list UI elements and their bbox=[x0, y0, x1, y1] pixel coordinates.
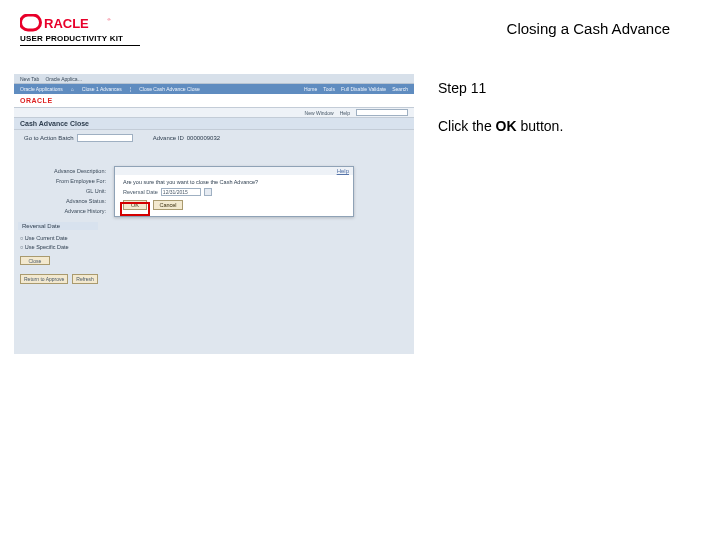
instruction-text: Click the OK button. bbox=[438, 118, 696, 134]
content: New Tab Oracle Applica… Oracle Applicati… bbox=[0, 54, 720, 354]
nav-link[interactable]: Home bbox=[304, 86, 317, 92]
instruction-panel: Step 11 Click the OK button. bbox=[434, 74, 700, 354]
instruction-bold: OK bbox=[496, 118, 517, 134]
nav-link[interactable]: Tools bbox=[323, 86, 335, 92]
side-label: Advance History: bbox=[18, 206, 106, 216]
nav-link[interactable]: Search bbox=[392, 86, 408, 92]
brand-block: RACLE ® USER PRODUCTIVITY KIT bbox=[20, 14, 140, 46]
instruction-suffix: button. bbox=[517, 118, 564, 134]
nav-item[interactable]: Close 1 Advances bbox=[82, 86, 122, 92]
browser-tab[interactable]: Oracle Applica… bbox=[45, 76, 82, 82]
popup-space bbox=[119, 168, 121, 174]
history-row: Return to Approve Refresh bbox=[20, 274, 98, 284]
popup-help-link[interactable]: Help bbox=[337, 168, 349, 174]
side-label: From Employee For: bbox=[18, 176, 106, 186]
svg-text:RACLE: RACLE bbox=[44, 16, 89, 31]
batch-label: Go to Action Batch bbox=[24, 135, 74, 141]
form-side-labels: Advance Description: From Employee For: … bbox=[18, 166, 110, 216]
step-label: Step 11 bbox=[438, 80, 696, 96]
side-label: Advance Status: bbox=[18, 196, 106, 206]
side-label: GL Unit: bbox=[18, 186, 106, 196]
reversal-date-label: Reversal Date bbox=[123, 189, 158, 195]
form-row: Go to Action Batch Advance ID 0000009032 bbox=[14, 130, 414, 144]
app-screenshot: New Tab Oracle Applica… Oracle Applicati… bbox=[14, 74, 414, 354]
app-brandbar: ORACLE bbox=[14, 94, 414, 108]
breadcrumb-link[interactable]: New Window bbox=[305, 110, 334, 116]
cancel-button[interactable]: Cancel bbox=[153, 200, 183, 210]
app-breadcrumb-row: New Window Help bbox=[14, 108, 414, 118]
svg-rect-0 bbox=[21, 15, 41, 30]
popup-header: Help bbox=[115, 167, 353, 175]
radio-specific-date[interactable]: Use Specific Date bbox=[20, 243, 69, 252]
ok-button[interactable]: OK bbox=[123, 200, 147, 210]
app-navbar: Oracle Applications ⌂ Close 1 Advances ¦… bbox=[14, 84, 414, 94]
return-button[interactable]: Return to Approve bbox=[20, 274, 68, 284]
oracle-logo-small: ORACLE bbox=[20, 97, 53, 104]
nav-item[interactable]: Close Cash Advance Close bbox=[139, 86, 200, 92]
brand-rule bbox=[20, 45, 140, 46]
oracle-logo: RACLE ® bbox=[20, 14, 115, 32]
section-title: Reversal Date bbox=[18, 222, 98, 230]
advance-label: Advance ID bbox=[153, 135, 184, 141]
advance-value: 0000009032 bbox=[187, 135, 220, 141]
side-label: Advance Description: bbox=[18, 166, 106, 176]
batch-input[interactable] bbox=[77, 134, 133, 142]
app-page-title: Cash Advance Close bbox=[14, 118, 414, 130]
confirm-popup: Help Are you sure that you want to close… bbox=[114, 166, 354, 217]
svg-text:®: ® bbox=[108, 17, 111, 22]
popup-question: Are you sure that you want to close the … bbox=[123, 179, 345, 185]
browser-tabstrip: New Tab Oracle Applica… bbox=[14, 74, 414, 84]
brand-sublabel: USER PRODUCTIVITY KIT bbox=[20, 34, 140, 43]
nav-link[interactable]: Full Disable Validate bbox=[341, 86, 386, 92]
instruction-prefix: Click the bbox=[438, 118, 496, 134]
calendar-icon[interactable] bbox=[204, 188, 212, 196]
page-title: Closing a Cash Advance bbox=[507, 20, 670, 37]
nav-item: ¦ bbox=[130, 86, 131, 92]
radio-current-date[interactable]: Use Current Date bbox=[20, 234, 69, 243]
personalize-select[interactable] bbox=[356, 109, 408, 116]
nav-item[interactable]: Oracle Applications bbox=[20, 86, 63, 92]
reversal-date-input[interactable]: 12/31/2015 bbox=[161, 188, 201, 196]
browser-tab[interactable]: New Tab bbox=[20, 76, 39, 82]
close-button[interactable]: Close bbox=[20, 256, 50, 265]
breadcrumb-link[interactable]: Help bbox=[340, 110, 350, 116]
header: RACLE ® USER PRODUCTIVITY KIT Closing a … bbox=[0, 0, 720, 54]
radio-group: Use Current Date Use Specific Date bbox=[20, 234, 69, 252]
nav-item[interactable]: ⌂ bbox=[71, 86, 74, 92]
refresh-button[interactable]: Refresh bbox=[72, 274, 98, 284]
